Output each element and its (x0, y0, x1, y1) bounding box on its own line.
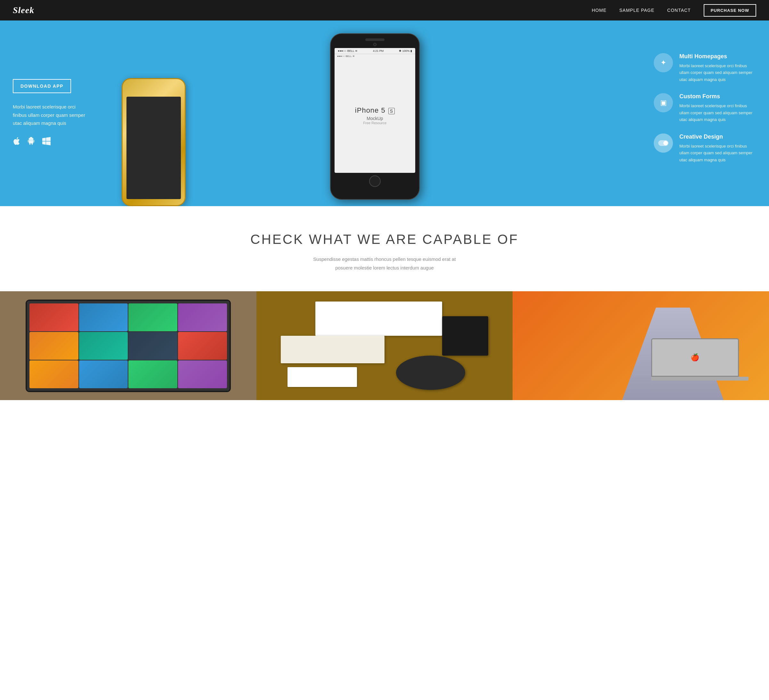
feature-multi-homepages: ✦ Multi Homepages Morbi laoreet sceleris… (654, 53, 756, 83)
multi-homepages-title: Multi Homepages (679, 53, 756, 60)
laptop-mockup: 🍎 (513, 291, 769, 400)
tablet-thumb-8 (178, 332, 227, 360)
download-app-button[interactable]: DOWNLOAD APP (13, 79, 71, 93)
stationery-device (442, 316, 488, 355)
phone-home-button[interactable] (369, 175, 381, 187)
hero-description: Morbi laoreet scelerisque orci finibus u… (13, 103, 90, 127)
carrier-row: ●●●○○ BELL ≋ (335, 54, 415, 58)
hero-section: DOWNLOAD APP Morbi laoreet scelerisque o… (0, 21, 769, 206)
tablet-mockup (0, 291, 256, 400)
feature-creative-design: Creative Design Morbi laoreet scelerisqu… (654, 133, 756, 163)
platform-icons (13, 137, 90, 148)
stationery-card1 (315, 302, 442, 336)
tablet-thumb-9 (29, 360, 79, 388)
apple-logo: 🍎 (690, 353, 699, 362)
nav-links: HOME SAMPLE PAGE CONTACT PURCHASE NOW (592, 4, 756, 17)
capabilities-subtitle-line1: Suspendisse egestas mattis rhoncus pelle… (313, 256, 455, 262)
creative-design-desc: Morbi laoreet scelerisque orci finibus u… (679, 143, 756, 163)
stationery-card2 (281, 336, 384, 363)
status-carrier: ●●●○○ BELL ≋ (338, 49, 357, 53)
status-battery: ✱ 100% ▮ (399, 49, 412, 53)
multi-homepages-icon: ✦ (654, 53, 673, 72)
creative-design-icon (654, 133, 673, 153)
hero-phones: ●●●○○ BELL ≋ 4:21 PM ✱ 100% ▮ ●●●○○ BELL… (103, 21, 647, 206)
creative-design-title: Creative Design (679, 133, 756, 140)
phone-free-resource: Free Resource (364, 121, 387, 125)
custom-forms-icon: ▣ (654, 93, 673, 112)
nav-contact[interactable]: CONTACT (667, 8, 691, 13)
custom-forms-text: Custom Forms Morbi laoreet scelerisque o… (679, 93, 756, 123)
hero-features: ✦ Multi Homepages Morbi laoreet sceleris… (647, 40, 769, 186)
custom-forms-title: Custom Forms (679, 93, 756, 100)
custom-forms-desc: Morbi laoreet scelerisque orci finibus u… (679, 103, 756, 123)
nav-sample-page[interactable]: SAMPLE PAGE (619, 8, 655, 13)
capabilities-subtitle-line2: posuere molestie lorem lectus interdum a… (335, 265, 434, 270)
phone-screen: ●●●○○ BELL ≋ 4:21 PM ✱ 100% ▮ ●●●○○ BELL… (335, 48, 415, 173)
portfolio-stationery[interactable] (256, 291, 513, 400)
creative-design-text: Creative Design Morbi laoreet scelerisqu… (679, 133, 756, 163)
stationery-mockup (256, 291, 513, 400)
capabilities-section: CHECK WHAT WE ARE CAPABLE OF Suspendisse… (0, 206, 769, 291)
laptop-screen: 🍎 (651, 338, 739, 377)
tablet-thumb-12 (178, 360, 227, 388)
laptop-base (651, 377, 748, 381)
portfolio-workspace[interactable]: 🍎 (513, 291, 769, 400)
tablet-thumb-7 (129, 332, 177, 360)
phone-status-bar: ●●●○○ BELL ≋ 4:21 PM ✱ 100% ▮ (335, 48, 415, 54)
tablet-device (26, 300, 231, 392)
ios-icon (13, 137, 20, 148)
hero-left: DOWNLOAD APP Morbi laoreet scelerisque o… (0, 60, 103, 167)
tablet-thumb-6 (79, 332, 128, 360)
portfolio-grid: 🍎 (0, 291, 769, 400)
multi-homepages-desc: Morbi laoreet scelerisque orci finibus u… (679, 63, 756, 83)
tablet-thumb-2 (79, 303, 128, 331)
navbar: Sleek HOME SAMPLE PAGE CONTACT PURCHASE … (0, 0, 769, 21)
toggle-icon (658, 140, 668, 146)
tablet-thumb-10 (79, 360, 128, 388)
windows-icon (42, 137, 51, 148)
tablet-thumb-3 (129, 303, 177, 331)
tablet-thumb-4 (178, 303, 227, 331)
svg-point-1 (663, 141, 668, 145)
android-icon (27, 137, 35, 148)
site-logo[interactable]: Sleek (13, 5, 34, 15)
phone-back (122, 78, 186, 206)
nav-home[interactable]: HOME (592, 8, 607, 13)
stationery-inner (269, 297, 500, 395)
phone-back-screen (127, 97, 181, 199)
stationery-stamp (396, 356, 465, 390)
capabilities-subtitle: Suspendisse egestas mattis rhoncus pelle… (13, 255, 756, 272)
carrier-label: ●●●○○ BELL ≋ (337, 55, 355, 58)
phone-content: iPhone 5 S MockUp Free Resource (349, 58, 401, 173)
status-time: 4:21 PM (373, 49, 384, 53)
feature-custom-forms: ▣ Custom Forms Morbi laoreet scelerisque… (654, 93, 756, 123)
tablet-screen (27, 301, 230, 391)
phone-speaker (365, 39, 384, 41)
phone-camera (373, 43, 376, 46)
phone-model-text: iPhone 5 (355, 106, 386, 114)
tablet-thumb-1 (29, 303, 79, 331)
phone-mockup-label: MockUp (367, 116, 383, 121)
capabilities-title: CHECK WHAT WE ARE CAPABLE OF (13, 232, 756, 247)
tablet-thumb-11 (129, 360, 177, 388)
stationery-small (288, 367, 357, 387)
multi-homepages-text: Multi Homepages Morbi laoreet scelerisqu… (679, 53, 756, 83)
tablet-thumb-5 (29, 332, 79, 360)
laptop-area: 🍎 (651, 338, 748, 381)
portfolio-tablet[interactable] (0, 291, 256, 400)
phone-front: ●●●○○ BELL ≋ 4:21 PM ✱ 100% ▮ ●●●○○ BELL… (330, 33, 420, 200)
phone-model-title: iPhone 5 S (355, 106, 395, 115)
purchase-now-button[interactable]: PURCHASE NOW (704, 4, 756, 17)
phone-variant-badge: S (388, 108, 395, 114)
